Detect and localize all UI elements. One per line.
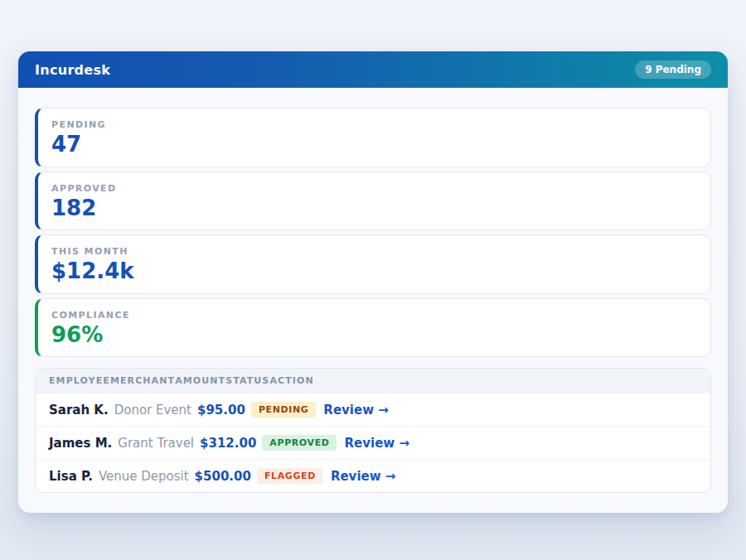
- stat-value: 96%: [51, 323, 697, 347]
- expense-table: EMPLOYEE MERCHANT AMOUNT STATUS ACTION S…: [35, 368, 711, 493]
- status-badge: PENDING: [251, 402, 316, 418]
- table-row: James M. Grant Travel $312.00 APPROVED R…: [36, 426, 710, 459]
- expense-amount: $500.00: [195, 469, 251, 484]
- review-link[interactable]: Review →: [331, 469, 395, 484]
- review-link[interactable]: Review →: [344, 436, 409, 451]
- stat-value: $12.4k: [51, 259, 697, 283]
- stat-label: COMPLIANCE: [51, 310, 697, 321]
- review-link[interactable]: Review →: [323, 403, 388, 418]
- app-title: Incurdesk: [35, 62, 110, 78]
- merchant-name: Venue Deposit: [99, 469, 189, 484]
- stat-label: THIS MONTH: [51, 246, 697, 257]
- stat-card-pending: PENDING 47: [35, 108, 711, 167]
- status-badge: APPROVED: [262, 435, 337, 451]
- dashboard-card: Incurdesk 9 Pending PENDING 47 APPROVED …: [18, 51, 728, 513]
- table-row: Lisa P. Venue Deposit $500.00 FLAGGED Re…: [36, 459, 710, 492]
- expense-amount: $312.00: [200, 436, 256, 451]
- table-header-row: EMPLOYEE MERCHANT AMOUNT STATUS ACTION: [36, 369, 710, 393]
- column-header-amount: AMOUNT: [175, 375, 225, 386]
- employee-name: Sarah K.: [49, 403, 109, 418]
- stat-card-compliance: COMPLIANCE 96%: [35, 298, 711, 358]
- stat-card-approved: APPROVED 182: [35, 171, 711, 231]
- column-header-status: STATUS: [225, 375, 269, 386]
- employee-name: James M.: [49, 436, 112, 451]
- app-header: Incurdesk 9 Pending: [18, 51, 728, 88]
- pending-count-badge: 9 Pending: [635, 60, 711, 79]
- stat-label: PENDING: [51, 119, 697, 130]
- table-row: Sarah K. Donor Event $95.00 PENDING Revi…: [36, 393, 710, 426]
- stat-card-this-month: THIS MONTH $12.4k: [35, 234, 711, 294]
- merchant-name: Grant Travel: [118, 436, 194, 451]
- stat-value: 182: [51, 196, 697, 220]
- column-header-employee: EMPLOYEE: [49, 375, 110, 386]
- stat-value: 47: [51, 133, 697, 157]
- employee-name: Lisa P.: [49, 469, 93, 484]
- card-body: PENDING 47 APPROVED 182 THIS MONTH $12.4…: [18, 88, 728, 513]
- stat-label: APPROVED: [51, 183, 697, 194]
- column-header-action: ACTION: [269, 375, 313, 386]
- status-badge: FLAGGED: [257, 468, 323, 484]
- merchant-name: Donor Event: [114, 403, 191, 418]
- expense-amount: $95.00: [197, 403, 245, 418]
- column-header-merchant: MERCHANT: [110, 375, 175, 386]
